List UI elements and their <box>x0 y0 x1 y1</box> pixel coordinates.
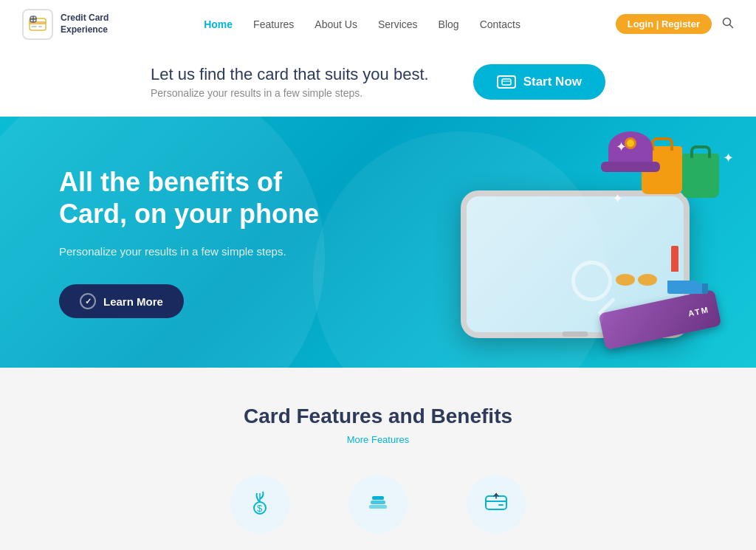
header: Credit Card Experience Home Features Abo… <box>0 0 756 48</box>
hero-section: All the benefits of Card, on your phone … <box>0 117 756 368</box>
svg-rect-15 <box>369 505 387 509</box>
svg-rect-17 <box>372 496 384 500</box>
main-nav: Home Features About Us Services Blog Con… <box>204 18 520 30</box>
promo-bar: Let us find the card that suits you best… <box>0 48 756 117</box>
features-title: Card Features and Benefits <box>30 405 726 428</box>
nav-home[interactable]: Home <box>204 18 233 30</box>
hero-content: All the benefits of Card, on your phone … <box>59 166 354 318</box>
hero-illustration: ATM ✦ ✦ ✦ <box>446 131 756 346</box>
start-now-icon <box>497 75 516 89</box>
nav-blog[interactable]: Blog <box>439 18 459 30</box>
nav-about[interactable]: About Us <box>315 18 357 30</box>
svg-rect-2 <box>31 26 37 27</box>
svg-rect-16 <box>371 501 385 504</box>
sparkle-2: ✦ <box>723 150 734 166</box>
promo-text: Let us find the card that suits you best… <box>151 65 429 99</box>
logo-icon <box>22 9 53 40</box>
feature-icon-2 <box>348 475 408 534</box>
sparkle-3: ✦ <box>612 190 623 207</box>
stack-icon <box>365 489 391 520</box>
search-button[interactable] <box>722 17 734 32</box>
nav-contacts[interactable]: Contacts <box>480 18 520 30</box>
nav-right: Login | Register <box>616 14 734 34</box>
plant-coin-icon: $ <box>247 489 273 520</box>
features-section: Card Features and Benefits More Features… <box>0 368 756 550</box>
hat-brim <box>601 162 660 172</box>
features-icons-row: $ <box>30 475 726 534</box>
features-subtitle-link[interactable]: More Features <box>30 434 726 445</box>
shoe <box>667 272 708 294</box>
svg-rect-3 <box>38 26 42 27</box>
start-now-button[interactable]: Start Now <box>473 64 605 100</box>
feature-icon-1: $ <box>230 475 289 534</box>
check-icon: ✓ <box>80 293 96 309</box>
svg-line-9 <box>729 24 732 27</box>
learn-more-button[interactable]: ✓ Learn More <box>59 284 184 318</box>
sunglasses <box>616 274 660 283</box>
hero-title: All the benefits of Card, on your phone <box>59 166 354 230</box>
logo-text: Credit Card Experience <box>61 13 109 35</box>
atm-label: ATM <box>687 305 710 318</box>
feature-icon-3 <box>467 475 526 534</box>
nav-features[interactable]: Features <box>253 18 294 30</box>
search-icon <box>722 17 734 29</box>
hat <box>601 131 660 172</box>
svg-text:$: $ <box>257 503 263 514</box>
promo-subtext: Personalize your results in a few simple… <box>151 87 429 99</box>
hero-subtitle: Personalize your results in a few simple… <box>59 243 354 261</box>
phone-home-button <box>563 331 588 337</box>
logo: Credit Card Experience <box>22 9 109 40</box>
magnifier-lens <box>571 261 612 301</box>
promo-heading: Let us find the card that suits you best… <box>151 65 429 84</box>
credit-card-logo-svg <box>28 15 47 34</box>
card-upload-icon <box>483 489 509 520</box>
sparkle-1: ✦ <box>616 139 627 155</box>
login-register-button[interactable]: Login | Register <box>616 14 712 34</box>
svg-rect-10 <box>502 79 511 85</box>
nav-services[interactable]: Services <box>378 18 418 30</box>
shopping-bag-green <box>682 154 719 198</box>
lipstick <box>671 246 678 272</box>
